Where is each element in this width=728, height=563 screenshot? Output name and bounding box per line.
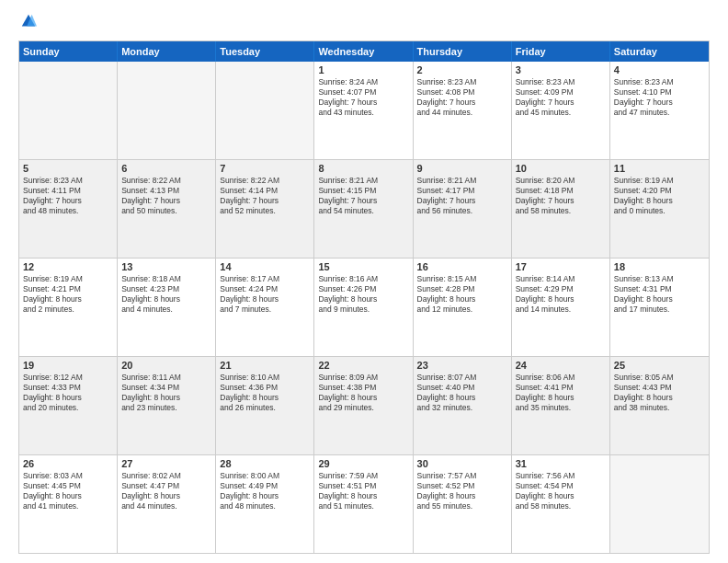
cell-text: Sunrise: 8:19 AM <box>23 274 113 284</box>
cell-text: Daylight: 7 hours <box>121 196 211 206</box>
cell-text: Sunrise: 8:07 AM <box>417 373 507 383</box>
calendar-body: 1Sunrise: 8:24 AMSunset: 4:07 PMDaylight… <box>19 62 709 553</box>
cell-text: Sunset: 4:07 PM <box>318 87 408 98</box>
cell-text: Daylight: 8 hours <box>516 393 606 403</box>
day-number: 31 <box>516 458 606 469</box>
day-number: 13 <box>121 261 211 272</box>
cell-text: Sunrise: 8:09 AM <box>318 373 408 383</box>
day-number: 25 <box>614 360 705 371</box>
table-row: 31Sunrise: 7:56 AMSunset: 4:54 PMDayligh… <box>512 455 610 553</box>
cell-text: Sunset: 4:34 PM <box>121 383 211 393</box>
cell-text: and 55 minutes. <box>417 501 507 511</box>
table-row: 29Sunrise: 7:59 AMSunset: 4:51 PMDayligh… <box>314 455 413 553</box>
cell-text: Daylight: 8 hours <box>318 491 408 501</box>
day-number: 2 <box>417 64 507 75</box>
table-row: 8Sunrise: 8:21 AMSunset: 4:15 PMDaylight… <box>314 160 413 258</box>
table-row: 28Sunrise: 8:00 AMSunset: 4:49 PMDayligh… <box>216 455 314 553</box>
cell-text: Sunrise: 8:17 AM <box>220 274 310 284</box>
table-row <box>118 62 216 159</box>
day-number: 26 <box>23 458 113 469</box>
cell-text: Sunset: 4:29 PM <box>516 284 606 294</box>
logo <box>18 15 37 31</box>
header-monday: Monday <box>118 41 216 62</box>
table-row: 2Sunrise: 8:23 AMSunset: 4:08 PMDaylight… <box>414 62 512 159</box>
table-row <box>610 455 709 553</box>
cell-text: Daylight: 7 hours <box>417 98 507 108</box>
cell-text: Sunrise: 8:00 AM <box>220 471 310 481</box>
cell-text: and 56 minutes. <box>417 206 507 216</box>
day-number: 21 <box>220 360 310 371</box>
cell-text: Sunset: 4:54 PM <box>516 481 606 491</box>
day-number: 5 <box>23 163 113 174</box>
table-row: 13Sunrise: 8:18 AMSunset: 4:23 PMDayligh… <box>118 259 216 356</box>
table-row: 3Sunrise: 8:23 AMSunset: 4:09 PMDaylight… <box>512 62 610 159</box>
cell-text: Sunset: 4:15 PM <box>318 186 408 196</box>
cell-text: Sunset: 4:26 PM <box>318 284 408 294</box>
cell-text: Sunrise: 8:18 AM <box>121 274 211 284</box>
header-wednesday: Wednesday <box>314 41 413 62</box>
cell-text: Daylight: 7 hours <box>318 196 408 206</box>
cell-text: Sunset: 4:33 PM <box>23 383 113 393</box>
cell-text: Daylight: 7 hours <box>516 98 606 108</box>
cell-text: and 9 minutes. <box>318 304 408 315</box>
cell-text: Sunset: 4:17 PM <box>417 186 507 196</box>
cell-text: Sunrise: 8:05 AM <box>614 373 705 383</box>
table-row: 27Sunrise: 8:02 AMSunset: 4:47 PMDayligh… <box>118 455 216 553</box>
cell-text: Daylight: 8 hours <box>23 491 113 501</box>
cell-text: Sunset: 4:51 PM <box>318 481 408 491</box>
day-number: 16 <box>417 261 507 272</box>
header-sunday: Sunday <box>19 41 118 62</box>
cell-text: Sunset: 4:21 PM <box>23 284 113 294</box>
cell-text: Sunset: 4:43 PM <box>614 383 705 393</box>
cell-text: Sunset: 4:20 PM <box>614 186 705 196</box>
cell-text: and 52 minutes. <box>220 206 310 216</box>
cell-text: Daylight: 8 hours <box>516 294 606 304</box>
cell-text: Sunset: 4:10 PM <box>614 87 705 98</box>
cell-text: Sunrise: 8:23 AM <box>516 77 606 87</box>
cell-text: Sunset: 4:11 PM <box>23 186 113 196</box>
table-row: 11Sunrise: 8:19 AMSunset: 4:20 PMDayligh… <box>610 160 709 258</box>
cell-text: Sunset: 4:45 PM <box>23 481 113 491</box>
table-row: 22Sunrise: 8:09 AMSunset: 4:38 PMDayligh… <box>314 357 413 454</box>
cell-text: Sunrise: 8:22 AM <box>121 176 211 186</box>
table-row: 14Sunrise: 8:17 AMSunset: 4:24 PMDayligh… <box>216 259 314 356</box>
day-number: 29 <box>318 458 408 469</box>
day-number: 9 <box>417 163 507 174</box>
table-row: 16Sunrise: 8:15 AMSunset: 4:28 PMDayligh… <box>414 259 512 356</box>
table-row <box>216 62 314 159</box>
table-row: 23Sunrise: 8:07 AMSunset: 4:40 PMDayligh… <box>414 357 512 454</box>
day-number: 8 <box>318 163 408 174</box>
table-row: 1Sunrise: 8:24 AMSunset: 4:07 PMDaylight… <box>314 62 413 159</box>
cell-text: Sunset: 4:08 PM <box>417 87 507 98</box>
cell-text: Sunset: 4:41 PM <box>516 383 606 393</box>
day-number: 27 <box>121 458 211 469</box>
cell-text: Sunrise: 8:21 AM <box>318 176 408 186</box>
cell-text: and 12 minutes. <box>417 304 507 315</box>
cell-text: Daylight: 8 hours <box>614 294 705 304</box>
cell-text: Sunset: 4:14 PM <box>220 186 310 196</box>
cell-text: Sunset: 4:28 PM <box>417 284 507 294</box>
cell-text: Daylight: 7 hours <box>220 196 310 206</box>
cell-text: Daylight: 8 hours <box>220 491 310 501</box>
day-number: 18 <box>614 261 705 272</box>
day-number: 30 <box>417 458 507 469</box>
day-number: 11 <box>614 163 705 174</box>
cell-text: Sunrise: 8:11 AM <box>121 373 211 383</box>
table-row: 25Sunrise: 8:05 AMSunset: 4:43 PMDayligh… <box>610 357 709 454</box>
cell-text: and 47 minutes. <box>614 108 705 118</box>
cell-text: and 43 minutes. <box>318 108 408 118</box>
cell-text: Sunset: 4:49 PM <box>220 481 310 491</box>
calendar-row-5: 26Sunrise: 8:03 AMSunset: 4:45 PMDayligh… <box>19 454 709 553</box>
cell-text: Daylight: 8 hours <box>220 393 310 403</box>
cell-text: Daylight: 8 hours <box>417 294 507 304</box>
cell-text: Sunset: 4:40 PM <box>417 383 507 393</box>
cell-text: Sunset: 4:24 PM <box>220 284 310 294</box>
cell-text: Daylight: 7 hours <box>614 98 705 108</box>
cell-text: and 20 minutes. <box>23 403 113 413</box>
cell-text: Daylight: 8 hours <box>614 393 705 403</box>
cell-text: Sunrise: 8:23 AM <box>23 176 113 186</box>
cell-text: and 14 minutes. <box>516 304 606 315</box>
day-number: 6 <box>121 163 211 174</box>
cell-text: Sunrise: 8:14 AM <box>516 274 606 284</box>
cell-text: Daylight: 7 hours <box>318 98 408 108</box>
